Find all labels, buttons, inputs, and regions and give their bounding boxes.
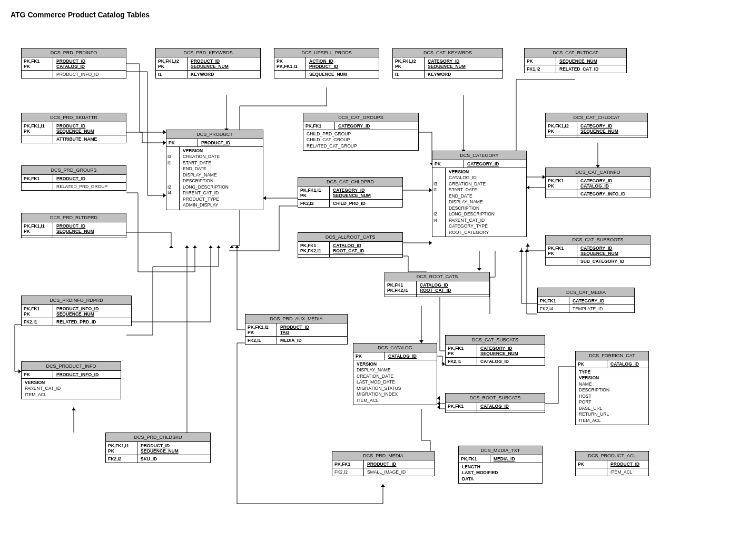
key-col xyxy=(546,135,577,137)
column-name: PRODUCT_IDCATALOG_ID xyxy=(53,57,126,70)
key-col: PK xyxy=(432,160,464,168)
entity-prd_keywrds: DCS_PRD_KEYWRDSPK,FK1,I2PKPRODUCT_IDSEQU… xyxy=(155,48,261,78)
key-col xyxy=(22,135,53,143)
column-name: CATALOG_ID xyxy=(385,352,437,360)
column-name: PRODUCT_IDSEQUENCE_NUM xyxy=(53,222,126,235)
entity-cat_rltdcat: DCS_CAT_RLTDCATPKSEQUENCE_NUMFK1,I2RELAT… xyxy=(524,48,627,73)
entity-header: DCS_MEDIA_TXT xyxy=(459,446,542,455)
column-name: CATALOG_ID xyxy=(477,358,545,365)
key-col: PK,FK1,I1PK xyxy=(106,442,137,455)
column-name: KEYWORD xyxy=(425,71,502,78)
column-name xyxy=(330,255,402,257)
key-col: I1 xyxy=(393,71,425,78)
entity-header: DCS_PRD_SKUATTR xyxy=(22,113,126,122)
key-col: PK,FK1,I2PK xyxy=(393,57,425,70)
entity-header: DCS_FOREIGN_CAT xyxy=(576,351,648,360)
column-name: CATEGORY_IDSEQUENCE_NUM xyxy=(577,244,650,257)
column-name: PRODUCT_ID xyxy=(53,175,126,182)
column-name: SKU_ID xyxy=(137,455,210,463)
attributes: VERSIONPARENT_CAT_IDITEM_ACL xyxy=(22,379,121,399)
key-col: FK2,I1 xyxy=(245,337,277,344)
svg-marker-29 xyxy=(381,484,385,487)
entity-header: DCS_PRD_RLTDPRD xyxy=(22,213,126,222)
svg-marker-33 xyxy=(519,249,524,252)
column-name: ATTRIBUTE_NAME xyxy=(53,135,126,143)
column-name: CATALOG_ID xyxy=(477,402,545,410)
entity-cat_catinfo: DCS_CAT_CATINFOPK,FK1PKCATEGORY_IDCATALO… xyxy=(545,168,651,198)
key-col xyxy=(22,183,53,190)
svg-marker-32 xyxy=(525,249,529,252)
key-col xyxy=(385,294,417,297)
column-name: PRODUCT_IDSEQUENCE_NUM xyxy=(53,122,126,135)
entity-allroot: DCS_ALLROOT_CATSPK,FK1PK,FK2,I1CATALOG_I… xyxy=(298,232,403,258)
key-col: FK2,I2 xyxy=(106,455,137,463)
svg-marker-12 xyxy=(185,245,189,248)
svg-marker-25 xyxy=(437,405,440,409)
column-name: PRODUCT_INFO_ID xyxy=(53,71,126,78)
column-name: KEYWORD xyxy=(188,71,260,78)
entity-upsell: DCS_UPSELL_PRODSPKPK,FK1,I1ACTION_IDPROD… xyxy=(274,48,379,78)
svg-marker-8 xyxy=(193,245,197,248)
entity-category: DCS_CATEGORYPKCATEGORY_ID I3I1 I2I4 VERS… xyxy=(432,151,527,237)
column-name: PRODUCT_ID xyxy=(364,460,434,468)
key-col: FK2,I2 xyxy=(332,468,364,476)
key-col: PK xyxy=(353,352,385,360)
column-name: CATEGORY_IDCATALOG_ID xyxy=(577,177,650,190)
column-name: MEDIA_ID xyxy=(277,337,347,344)
key-col xyxy=(446,410,477,412)
entity-root_cats: DCS_ROOT_CATSPK,FK1PK,FK2,I1CATALOG_IDRO… xyxy=(385,272,490,297)
entity-header: DCS_CAT_SUBCATS xyxy=(446,336,545,345)
entity-prd_groups: DCS_PRD_GROUPSPK,FK1PRODUCT_IDRELATED_PR… xyxy=(21,165,126,191)
key-col: PK,FK1 xyxy=(303,122,335,130)
column-name: RELATED_PRD_GROUP xyxy=(53,183,126,190)
svg-marker-19 xyxy=(526,244,530,247)
column-name: PRODUCT_IDTAG xyxy=(277,323,347,336)
column-name: ACTION_IDPRODUCT_ID xyxy=(306,57,379,70)
entity-cat_keywrds: DCS_CAT_KEYWRDSPK,FK1,I2PKCATEGORY_IDSEQ… xyxy=(392,48,503,78)
key-col: PK,FK1PK,FK2,I1 xyxy=(298,242,330,254)
column-name: SUB_CATEGORY_ID xyxy=(577,258,650,265)
svg-marker-13 xyxy=(235,245,239,248)
attributes: CHILD_PRD_GROUPCHILD_CAT_GROUPRELATED_CA… xyxy=(303,130,418,150)
svg-marker-5 xyxy=(263,196,266,200)
column-name: CATEGORY_IDSEQUENCE_NUM xyxy=(425,57,502,70)
column-name: CATALOG_IDROOT_CAT_ID xyxy=(417,281,489,294)
attributes: LENGTHLAST_MODIFIEDDATA xyxy=(459,463,542,483)
column-name: PRODUCT_INFO_ID xyxy=(53,371,121,378)
key-col: PK,FK1PK xyxy=(546,244,577,257)
entity-header: DCS_PRODUCT_ACL xyxy=(576,451,648,460)
entity-header: DCS_CATEGORY xyxy=(432,151,526,160)
svg-marker-21 xyxy=(72,408,76,410)
entity-header: DCS_PRD_CHLDSKU xyxy=(106,433,210,442)
entity-cat_groups: DCS_CAT_GROUPSPK,FK1CATEGORY_IDCHILD_PRD… xyxy=(303,113,419,151)
column-name xyxy=(417,294,489,297)
key-col: PK,FK1 xyxy=(459,455,490,463)
column-name: CATEGORY_INFO_ID xyxy=(577,190,650,198)
key-col: PK,FK1,I1PK xyxy=(22,122,53,135)
key-col: PK,FK1PK xyxy=(22,305,53,318)
entity-cat_subcats: DCS_CAT_SUBCATSPK,FK1PKCATEGORY_IDSEQUEN… xyxy=(445,335,545,366)
entity-header: DCS_ROOT_SUBCATS xyxy=(446,394,545,402)
column-name: CHILD_PRD_ID xyxy=(330,200,402,207)
column-name: CATALOG_IDROOT_CAT_ID xyxy=(330,242,402,254)
entity-aux_media: DCS_PRD_AUX_MEDIAPK,FK1,I2PKPRODUCT_IDTA… xyxy=(245,314,348,345)
entity-header: DCS_CAT_SUBROOTS xyxy=(546,235,650,244)
entity-cat_media: DCS_CAT_MEDIAPK,FK1CATEGORY_IDFK2,I4TEMP… xyxy=(537,288,635,313)
column-name: CATEGORY_ID xyxy=(464,160,526,168)
key-col: PK,FK1 xyxy=(538,297,569,304)
entity-media_txt: DCS_MEDIA_TXTPK,FK1MEDIA_IDLENGTHLAST_MO… xyxy=(458,446,543,484)
entity-product: DCS_PRODUCTPKPRODUCT_ID I3I1 I2I4 VERSIO… xyxy=(166,130,263,210)
column-name: MEDIA_ID xyxy=(490,455,542,463)
svg-marker-18 xyxy=(527,185,529,190)
key-col xyxy=(274,71,306,78)
key-col: PK,FK1 xyxy=(332,460,364,468)
entity-chldsku: DCS_PRD_CHLDSKUPK,FK1,I1PKPRODUCT_IDSEQU… xyxy=(105,433,211,463)
column-name: PRODUCT_ID xyxy=(198,139,263,146)
entity-header: DCS_PRD_AUX_MEDIA xyxy=(245,315,347,323)
entity-prd_prdinfo: DCS_PRD_PRDINFOPK,FK1PKPRODUCT_IDCATALOG… xyxy=(21,48,126,78)
key-col: PK xyxy=(576,460,607,468)
entity-prdinfo_rdprd: DCS_PRDINFO_RDPRDPK,FK1PKPRODUCT_INFO_ID… xyxy=(21,296,132,326)
key-col: I1 xyxy=(156,71,188,78)
attributes: TYPEVERSIONNAMEDESCRIPTIONHOSTPORTBASE_U… xyxy=(576,368,648,425)
column-name: CATEGORY_ID xyxy=(335,122,418,130)
